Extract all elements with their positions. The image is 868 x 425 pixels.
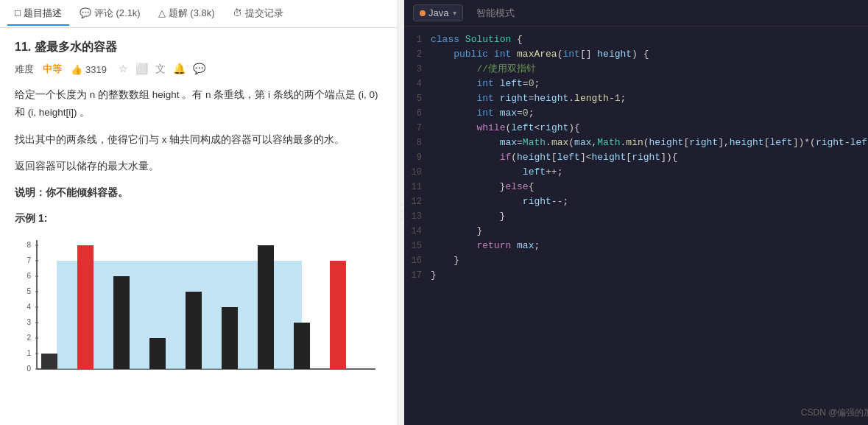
difficulty-badge: 中等 bbox=[43, 63, 62, 76]
svg-text:8: 8 bbox=[27, 241, 31, 249]
line-content-3: //使用双指针 bbox=[431, 62, 536, 77]
line-num-6: 6 bbox=[404, 106, 431, 121]
line-num-1: 1 bbox=[404, 32, 431, 47]
language-selector[interactable]: Java ▾ bbox=[413, 4, 463, 21]
action-icons: ☆ ⬜ 文 🔔 💬 bbox=[119, 63, 205, 76]
line-content-2: public int maxArea(int[] height) { bbox=[431, 47, 649, 62]
problem-note: 说明：你不能倾斜容器。 bbox=[15, 184, 383, 202]
code-line-9: 9 if(height[left]<height[right]){ bbox=[404, 150, 868, 165]
line-content-4: int left=0; bbox=[431, 77, 540, 91]
code-line-10: 10 left++; bbox=[404, 165, 868, 180]
bar-1 bbox=[77, 245, 93, 369]
line-num-16: 16 bbox=[404, 253, 431, 268]
code-line-17: 17 } bbox=[404, 268, 868, 283]
editor-toolbar: Java ▾ 智能模式 bbox=[404, 0, 868, 27]
bar-2 bbox=[113, 276, 130, 369]
bar-4 bbox=[186, 292, 202, 369]
code-line-5: 5 int right=height.length-1; bbox=[404, 91, 868, 106]
line-content-11: }else{ bbox=[431, 180, 534, 194]
difficulty-row: 难度 中等 👍 3319 ☆ ⬜ 文 🔔 💬 bbox=[15, 63, 383, 76]
line-num-17: 17 bbox=[404, 268, 431, 283]
problem-title: 11. 盛最多水的容器 bbox=[15, 40, 383, 55]
problem-desc-2: 找出其中的两条线，使得它们与 x 轴共同构成的容器可以容纳最多的水。 bbox=[15, 131, 383, 149]
line-num-8: 8 bbox=[404, 136, 431, 150]
star-icon[interactable]: ☆ bbox=[119, 63, 128, 76]
translate-icon[interactable]: 文 bbox=[155, 63, 166, 76]
tab-bar: □ 题目描述 💬 评论 (2.1k) △ 题解 (3.8k) ⏱ 提交记录 bbox=[0, 0, 398, 28]
svg-text:5: 5 bbox=[27, 287, 31, 295]
line-content-5: int right=height.length-1; bbox=[431, 91, 626, 106]
line-content-1: class Solution { bbox=[431, 32, 523, 47]
bar-5 bbox=[222, 307, 238, 369]
tab-submissions[interactable]: ⏱ 提交记录 bbox=[225, 2, 291, 26]
thumb-icon: 👍 bbox=[71, 64, 82, 75]
line-content-6: int max=0; bbox=[431, 106, 534, 121]
line-content-13: } bbox=[431, 209, 505, 224]
line-num-4: 4 bbox=[404, 77, 431, 91]
example-title: 示例 1: bbox=[15, 212, 383, 225]
code-line-4: 4 int left=0; bbox=[404, 77, 868, 91]
bar-7 bbox=[294, 323, 310, 369]
chart-container: 0 1 2 3 4 5 6 7 8 bbox=[15, 233, 383, 380]
share-icon[interactable]: ⬜ bbox=[135, 63, 148, 76]
chart-svg: 0 1 2 3 4 5 6 7 8 bbox=[15, 233, 383, 380]
svg-text:1: 1 bbox=[27, 349, 31, 357]
line-content-17: } bbox=[431, 268, 437, 283]
problem-desc-1: 给定一个长度为 n 的整数数组 height 。有 n 条垂线，第 i 条线的两… bbox=[15, 86, 383, 122]
language-label: Java bbox=[428, 7, 448, 18]
svg-text:3: 3 bbox=[27, 318, 31, 326]
line-content-15: return max; bbox=[431, 239, 540, 253]
line-content-7: while(left<right){ bbox=[431, 121, 580, 136]
tab-problem[interactable]: □ 题目描述 bbox=[7, 2, 69, 26]
tab-comments[interactable]: 💬 评论 (2.1k) bbox=[72, 2, 148, 26]
bar-6 bbox=[258, 245, 274, 369]
line-content-9: if(height[left]<height[right]){ bbox=[431, 150, 678, 165]
line-content-12: right--; bbox=[431, 194, 568, 209]
svg-text:4: 4 bbox=[27, 303, 31, 311]
panel-divider[interactable]: · · · bbox=[398, 0, 404, 425]
left-panel: □ 题目描述 💬 评论 (2.1k) △ 题解 (3.8k) ⏱ 提交记录 11… bbox=[0, 0, 398, 425]
tab-solutions[interactable]: △ 题解 (3.8k) bbox=[151, 2, 222, 26]
line-num-13: 13 bbox=[404, 209, 431, 224]
problem-icon: □ bbox=[15, 7, 21, 18]
code-line-1: 1 class Solution { bbox=[404, 32, 868, 47]
svg-text:0: 0 bbox=[27, 365, 31, 373]
svg-text:7: 7 bbox=[27, 256, 31, 264]
code-line-12: 12 right--; bbox=[404, 194, 868, 209]
like-count: 👍 3319 bbox=[71, 64, 107, 75]
problem-desc-3: 返回容器可以储存的最大水量。 bbox=[15, 158, 383, 175]
line-num-2: 2 bbox=[404, 47, 431, 62]
comment-action-icon[interactable]: 💬 bbox=[193, 63, 205, 76]
line-content-10: left++; bbox=[431, 165, 562, 180]
line-content-14: } bbox=[431, 224, 482, 239]
code-line-11: 11 }else{ bbox=[404, 180, 868, 194]
line-num-14: 14 bbox=[404, 224, 431, 239]
code-line-6: 6 int max=0; bbox=[404, 106, 868, 121]
code-line-13: 13 } bbox=[404, 209, 868, 224]
line-num-15: 15 bbox=[404, 239, 431, 253]
bar-0 bbox=[41, 354, 57, 369]
line-num-9: 9 bbox=[404, 150, 431, 165]
chevron-down-icon: ▾ bbox=[453, 9, 456, 17]
bell-icon[interactable]: 🔔 bbox=[173, 63, 186, 76]
code-line-8: 8 max=Math.max(max,Math.min(height[right… bbox=[404, 136, 868, 150]
line-num-12: 12 bbox=[404, 194, 431, 209]
line-num-5: 5 bbox=[404, 91, 431, 106]
line-content-8: max=Math.max(max,Math.min(height[right],… bbox=[431, 136, 868, 150]
line-num-10: 10 bbox=[404, 165, 431, 180]
right-panel: Java ▾ 智能模式 1 class Solution { 2 public … bbox=[404, 0, 868, 425]
line-num-11: 11 bbox=[404, 180, 431, 194]
code-line-15: 15 return max; bbox=[404, 239, 868, 253]
difficulty-label: 难度 bbox=[15, 63, 34, 76]
line-num-3: 3 bbox=[404, 62, 431, 77]
editor-footer: CSDN @偏强的加瓦 bbox=[801, 407, 868, 419]
code-line-7: 7 while(left<right){ bbox=[404, 121, 868, 136]
code-area[interactable]: 1 class Solution { 2 public int maxArea(… bbox=[404, 27, 868, 425]
code-line-2: 2 public int maxArea(int[] height) { bbox=[404, 47, 868, 62]
smart-mode-label: 智能模式 bbox=[476, 7, 515, 20]
code-line-3: 3 //使用双指针 bbox=[404, 62, 868, 77]
java-lang-dot bbox=[420, 10, 426, 16]
line-num-7: 7 bbox=[404, 121, 431, 136]
svg-text:6: 6 bbox=[27, 272, 31, 280]
solution-icon: △ bbox=[158, 7, 166, 18]
